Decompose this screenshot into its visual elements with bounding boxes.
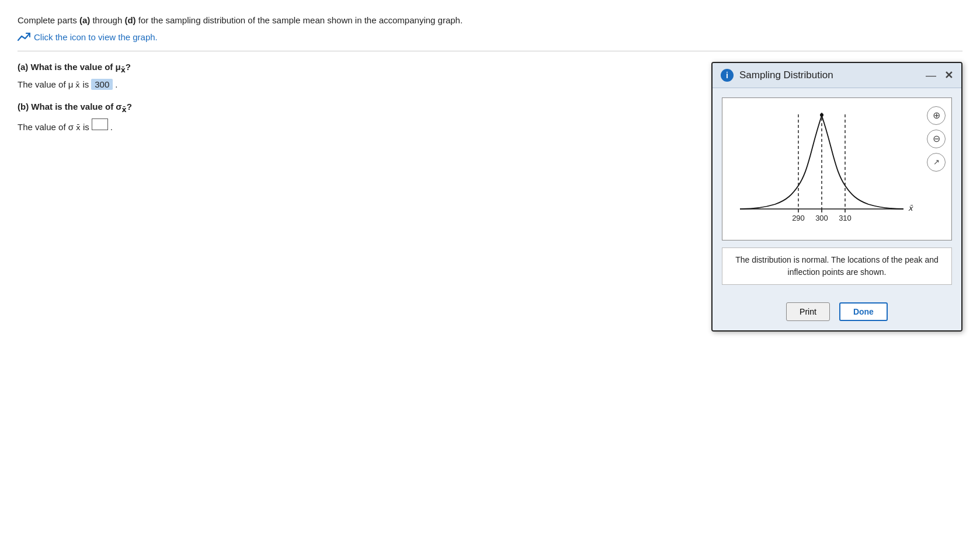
zoom-out-icon: ⊖ [933, 133, 940, 144]
dialog-title: Sampling Distribution [739, 69, 919, 81]
question-a-block: (a) What is the value of μx̄? The value … [18, 62, 700, 90]
svg-text:310: 310 [839, 214, 852, 222]
done-button[interactable]: Done [839, 302, 888, 321]
graph-svg-container: 290 300 310 x̄ [728, 104, 922, 234]
graph-tools: ⊕ ⊖ ↗ [927, 104, 946, 234]
print-button[interactable]: Print [786, 302, 830, 321]
main-instructions: Complete parts (a) through (d) for the s… [18, 14, 962, 27]
qa-answer-value: 300 [91, 79, 113, 90]
minimize-button[interactable]: — [925, 70, 937, 81]
content-area: (a) What is the value of μx̄? The value … [18, 62, 962, 332]
dialog-header: i Sampling Distribution — ✕ [713, 63, 961, 88]
export-icon: ↗ [933, 158, 940, 166]
graph-caption: The distribution is normal. The location… [722, 247, 952, 285]
export-button[interactable]: ↗ [927, 153, 946, 172]
zoom-in-button[interactable]: ⊕ [927, 106, 946, 125]
question-b-block: (b) What is the value of σx̄? The value … [18, 102, 700, 132]
question-a-label: (a) What is the value of μx̄? [18, 62, 700, 74]
question-b-label: (b) What is the value of σx̄? [18, 102, 700, 114]
dialog-controls: — ✕ [925, 69, 953, 82]
dialog-footer: Print Done [713, 294, 961, 330]
svg-text:290: 290 [792, 214, 805, 222]
trend-icon [18, 32, 30, 43]
dialog-overlay: i Sampling Distribution — ✕ [711, 62, 962, 332]
qb-answer-input[interactable] [92, 118, 108, 130]
close-button[interactable]: ✕ [944, 69, 953, 82]
click-icon-row[interactable]: Click the icon to view the graph. [18, 32, 962, 51]
normal-distribution-chart: 290 300 310 x̄ [728, 104, 915, 232]
question-a-answer: The value of μx̄ is 300 . [18, 79, 700, 90]
qa-answer-pre: The value of μ [18, 79, 73, 89]
question-b-answer: The value of σx̄ is . [18, 118, 700, 132]
qb-answer-pre: The value of σ [18, 122, 74, 132]
zoom-out-button[interactable]: ⊖ [927, 130, 946, 148]
graph-area: 290 300 310 x̄ ⊕ [722, 97, 952, 240]
caption-text: The distribution is normal. The location… [735, 255, 939, 277]
dialog-body: 290 300 310 x̄ ⊕ [713, 88, 961, 294]
svg-point-12 [820, 113, 823, 117]
qb-answer-mid: is [83, 122, 89, 132]
qa-answer-mid: is [82, 79, 89, 89]
qa-sub: x̄ [121, 66, 126, 74]
zoom-in-icon: ⊕ [933, 110, 940, 121]
qa-answer-post: . [115, 79, 117, 89]
qa-answer-sub: x̄ [75, 81, 80, 89]
sampling-distribution-dialog: i Sampling Distribution — ✕ [711, 62, 962, 332]
qb-answer-post: . [110, 122, 113, 132]
info-icon: i [721, 69, 734, 82]
click-icon-label: Click the icon to view the graph. [34, 32, 158, 42]
left-panel: (a) What is the value of μx̄? The value … [18, 62, 711, 144]
qb-sub: x̄ [122, 106, 127, 114]
qb-answer-sub: x̄ [76, 123, 81, 132]
svg-text:300: 300 [815, 214, 828, 222]
